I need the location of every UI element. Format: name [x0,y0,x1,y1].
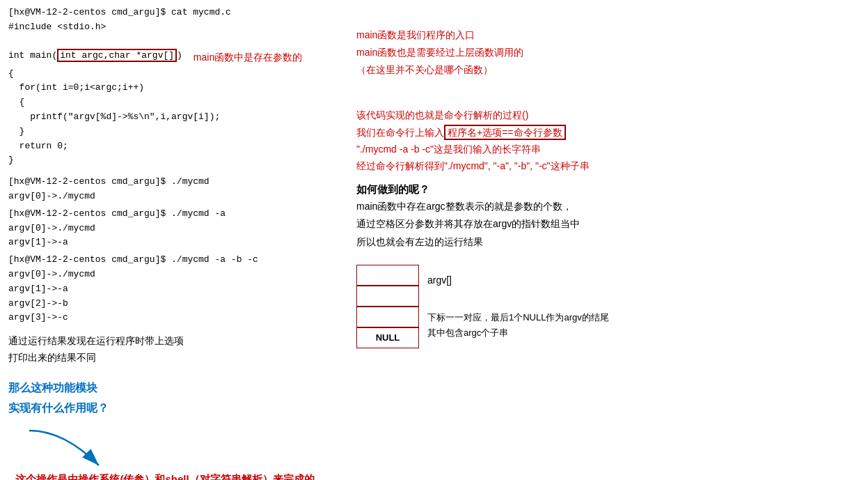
explain1: main函数中存在argc整数表示的就是参数的个数， [356,198,860,215]
for-brace: { [8,95,342,110]
side-note2-prefix: 我们在命令行上输入 [356,127,444,138]
right-comment-line2: main函数也是需要经过上层函数调用的 [356,44,523,61]
arrow-path [29,431,99,465]
left-bottom-line2: 打印出来的结果不同 [8,350,342,367]
left-panel: [hx@VM-12-2-centos cmd_argu]$ cat mycmd.… [8,6,342,480]
right-top-section: main函数是我们程序的入口 main函数也是需要经过上层函数调用的 （在这里并… [356,26,860,79]
explain3: 所以也就会有左边的运行结果 [356,233,860,251]
explain2: 通过空格区分参数并将其存放在argv的指针数组当中 [356,215,860,233]
code-and-comment-row: int main(int argc,char *argv[]) main函数中是… [8,49,342,66]
code-main-sig: int main(int argc,char *argv[]) [8,49,182,63]
argv-boxes-with-label: NULL argv[] 下标一一对应，最后1个NULL作为argv的结尾 其中包… [356,265,609,348]
run3-prompt: [hx@VM-12-2-centos cmd_argu]$ ./mycmd -a… [8,253,342,268]
left-blue-line2: 实现有什么作用呢？ [8,398,342,419]
run1: [hx@VM-12-2-centos cmd_argu]$ ./mycmd ar… [8,175,342,204]
left-bottom-text: 通过运行结果发现在运行程序时带上选项 打印出来的结果不同 [8,334,342,367]
brace-open: { [8,67,342,82]
argv-label: argv[] [427,272,609,289]
run3-out2: argv[1]->-a [8,282,342,297]
blank-line [8,35,342,49]
left-blue-line1: 那么这种功能模块 [8,378,342,398]
right-comment-main: main函数中是存在参数的 [194,49,302,66]
argv-boxes-group: NULL argv[] 下标一一对应，最后1个NULL作为argv的结尾 其中包… [356,265,609,348]
right-comment-line3: （在这里并不关心是哪个函数） [356,61,523,79]
run2-out2: argv[1]->-a [8,235,342,250]
argv-desc-block: 下标一一对应，最后1个NULL作为argv的结尾 其中包含argc个子串 [427,310,609,341]
return-line: return 0; [8,139,342,154]
run3: [hx@VM-12-2-centos cmd_argu]$ ./mycmd -a… [8,253,342,325]
bold-line: 如何做到的呢？ [356,180,860,199]
arrow-area [8,424,342,480]
int-keyword: int main( [8,50,57,61]
run1-out1: argv[0]->./mycmd [8,189,342,204]
side-note3: "./mycmd -a -b -c"这是我们输入的长字符串 [356,141,860,158]
run3-out1: argv[0]->./mycmd [8,268,342,282]
argv-boxes: NULL [356,265,419,348]
params-highlight: int argc,char *argv[] [57,49,177,62]
paren-close: ) [177,50,182,61]
right-comment-line1: main函数是我们程序的入口 [356,26,523,44]
run3-out3: argv[2]->-b [8,297,342,311]
for-close: } [8,125,342,139]
right-comments-block: main函数是我们程序的入口 main函数也是需要经过上层函数调用的 （在这里并… [356,26,523,79]
arrow-svg [8,424,148,479]
run2: [hx@VM-12-2-centos cmd_argu]$ ./mycmd -a… [8,207,342,250]
main-container: [hx@VM-12-2-centos cmd_argu]$ cat mycmd.… [0,0,868,480]
argv-desc2: 其中包含argc个子串 [427,325,609,341]
side-note4: 经过命令行解析得到"./mycmd", "-a", "-b", "-c"这种子串 [356,158,860,175]
argv-box-2 [356,307,419,327]
include-line: #include <stdio.h> [8,20,342,35]
brace-close: } [8,153,342,168]
code-block-header: [hx@VM-12-2-centos cmd_argu]$ cat mycmd.… [8,6,342,49]
side-note2-highlight: 程序名+选项==命令行参数 [444,125,566,140]
side-note2-row: 我们在命令行上输入程序名+选项==命令行参数 [356,125,860,141]
prompt-line: [hx@VM-12-2-centos cmd_argu]$ cat mycmd.… [8,6,342,20]
argv-right-labels: argv[] 下标一一对应，最后1个NULL作为argv的结尾 其中包含argc… [427,272,609,341]
argv-box-null: NULL [356,327,419,348]
side-notes-block: 该代码实现的也就是命令行解析的过程() 我们在命令行上输入程序名+选项==命令行… [356,107,860,175]
left-blue-text: 那么这种功能模块 实现有什么作用呢？ [8,378,342,419]
run1-prompt: [hx@VM-12-2-centos cmd_argu]$ ./mycmd [8,175,342,189]
explain-block: main函数中存在argc整数表示的就是参数的个数， 通过空格区分参数并将其存放… [356,198,860,251]
run3-out4: argv[3]->-c [8,311,342,325]
run2-prompt: [hx@VM-12-2-centos cmd_argu]$ ./mycmd -a [8,207,342,222]
terminal-runs: [hx@VM-12-2-centos cmd_argu]$ ./mycmd ar… [8,175,342,325]
run2-out1: argv[0]->./mycmd [8,222,342,236]
left-bottom-line1: 通过运行结果发现在运行程序时带上选项 [8,334,342,350]
argv-diagram: NULL argv[] 下标一一对应，最后1个NULL作为argv的结尾 其中包… [356,265,860,348]
code-body: { for(int i=0;i<argc;i++) { printf("argv… [8,67,342,169]
printf-line: printf("argv[%d]->%s\n",i,argv[i]); [8,110,342,125]
argv-box-0 [356,265,419,286]
argv-desc1: 下标一一对应，最后1个NULL作为argv的结尾 [427,310,609,325]
right-panel: main函数是我们程序的入口 main函数也是需要经过上层函数调用的 （在这里并… [342,6,860,480]
for-line: for(int i=0;i<argc;i++) [8,81,342,95]
argv-box-1 [356,286,419,307]
side-note1: 该代码实现的也就是命令行解析的过程() [356,107,860,124]
